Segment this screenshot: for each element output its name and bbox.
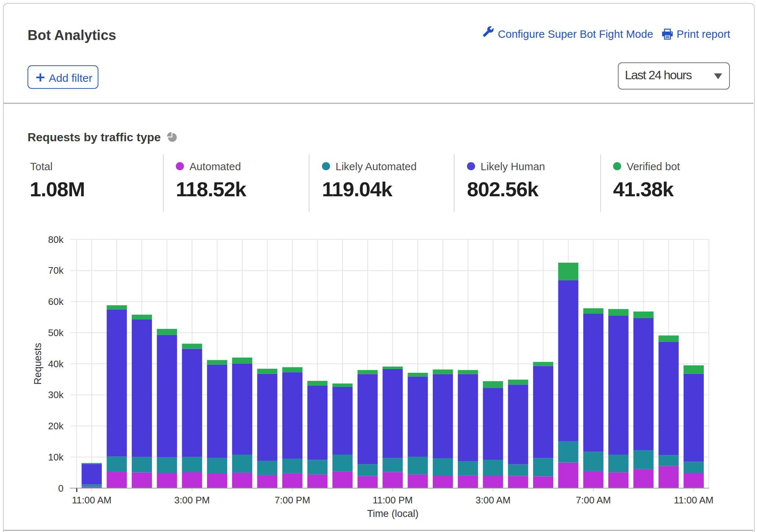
svg-text:70k: 70k <box>48 265 64 276</box>
svg-text:80k: 80k <box>48 234 64 245</box>
svg-text:11:00 AM: 11:00 AM <box>674 495 714 506</box>
svg-text:7:00 PM: 7:00 PM <box>275 495 310 506</box>
svg-text:10k: 10k <box>48 452 64 463</box>
svg-text:30k: 30k <box>48 389 64 400</box>
svg-text:3:00 PM: 3:00 PM <box>174 495 210 506</box>
svg-text:50k: 50k <box>48 327 64 338</box>
svg-text:11:00 AM: 11:00 AM <box>72 495 112 506</box>
svg-text:11:00 PM: 11:00 PM <box>373 495 413 506</box>
svg-text:Requests: Requests <box>32 343 43 385</box>
svg-text:Time (local): Time (local) <box>367 508 419 519</box>
svg-text:60k: 60k <box>48 296 64 307</box>
svg-text:0: 0 <box>58 483 64 494</box>
svg-text:3:00 AM: 3:00 AM <box>475 495 510 506</box>
svg-text:20k: 20k <box>48 420 64 431</box>
svg-text:40k: 40k <box>48 358 64 369</box>
svg-text:7:00 AM: 7:00 AM <box>576 495 611 506</box>
